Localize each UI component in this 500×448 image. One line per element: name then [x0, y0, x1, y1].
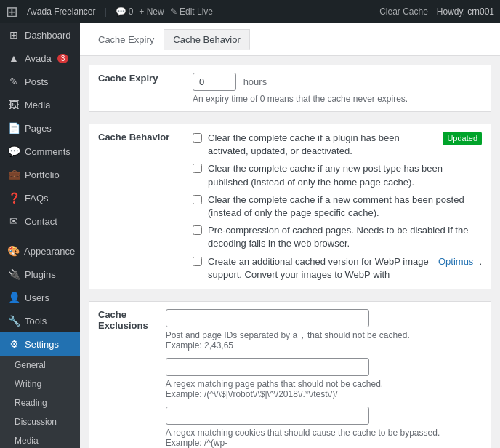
sidebar-item-label: Dashboard	[25, 30, 71, 41]
new-button[interactable]: + New	[139, 7, 164, 17]
general-label: General	[15, 360, 46, 370]
sidebar-item-appearance[interactable]: 🎨 Appearance	[0, 239, 80, 263]
optimus-link[interactable]: Optimus	[438, 255, 473, 268]
wp-logo-icon: ⊞	[6, 3, 18, 20]
sidebar-item-writing[interactable]: Writing	[0, 375, 80, 393]
tab-cache-behavior[interactable]: Cache Behavior	[164, 29, 250, 50]
sidebar-item-label: Settings	[25, 339, 59, 350]
clear-on-comment-checkbox[interactable]	[193, 195, 202, 204]
webp-checkbox[interactable]	[193, 257, 202, 266]
exclusions-cookies-example1: Example: /^(wp-postpass|wordpress_logged…	[166, 438, 500, 448]
sidebar-item-general[interactable]: General	[0, 356, 80, 375]
sidebar-item-users[interactable]: 👤 Users	[0, 286, 80, 309]
topbar: ⊞ Avada Freelancer | 💬 0 + New ✎ Edit Li…	[0, 0, 500, 23]
sidebar-item-portfolio[interactable]: 💼 Portfolio	[0, 163, 80, 186]
tools-icon: 🔧	[7, 315, 20, 327]
sidebar-item-label: Avada	[25, 53, 52, 64]
sidebar-item-media-settings[interactable]: Media	[0, 431, 80, 448]
cache-expiry-input[interactable]	[193, 73, 236, 91]
checkbox-row-comment: Clear the complete cache if a new commen…	[193, 193, 482, 220]
media-icon: 🖼	[7, 99, 20, 111]
checkbox-row-post-type: Clear the complete cache if any new post…	[193, 162, 482, 188]
topbar-left: ⊞ Avada Freelancer | 💬 0 + New ✎ Edit Li…	[6, 3, 379, 20]
cache-exclusions-row: Cache Exclusions Post and page IDs separ…	[89, 302, 500, 448]
reading-label: Reading	[15, 398, 47, 408]
writing-label: Writing	[15, 379, 41, 389]
sidebar-item-label: Tools	[25, 316, 47, 327]
plugin-updated-badge: Updated	[443, 132, 482, 145]
sidebar-item-settings[interactable]: ⚙ Settings	[0, 332, 80, 356]
exclusions-cookies-note: A regex matching cookies that should cau…	[166, 428, 500, 438]
sidebar-item-tools[interactable]: 🔧 Tools	[0, 309, 80, 332]
hours-label: hours	[243, 76, 267, 87]
clear-on-plugin-checkbox[interactable]	[193, 133, 202, 143]
precompression-checkbox[interactable]	[193, 225, 202, 235]
webp-label: Create an additional cached version for …	[208, 255, 432, 281]
clear-on-post-type-checkbox[interactable]	[193, 164, 202, 173]
edit-live-button[interactable]: ✎ Edit Live	[170, 7, 213, 17]
comments-icon: 💬	[116, 7, 126, 17]
clear-cache-button[interactable]: Clear Cache	[379, 7, 428, 17]
howdy-label: Howdy, crn001	[437, 7, 494, 17]
comments-button[interactable]: 💬 0	[116, 7, 134, 17]
cache-behavior-table: Cache Behavior Clear the complete cache …	[89, 124, 491, 289]
page-tabs: Cache Expiry Cache Behavior	[89, 29, 250, 49]
sidebar-item-dashboard[interactable]: ⊞ Dashboard	[0, 23, 80, 47]
sidebar-item-pages[interactable]: 📄 Pages	[0, 116, 80, 140]
sidebar-item-label: Pages	[25, 123, 52, 134]
avada-badge: 3	[57, 54, 69, 63]
topbar-right: Clear Cache Howdy, crn001	[379, 7, 494, 17]
cache-behavior-options: Clear the complete cache if a plugin has…	[184, 124, 491, 289]
sidebar-item-discussion[interactable]: Discussion	[0, 412, 80, 431]
exclusions-ids-input[interactable]	[166, 309, 369, 327]
comments-count: 0	[129, 7, 134, 17]
exclusions-cookies-input[interactable]	[166, 407, 369, 425]
plugins-icon: 🔌	[7, 268, 20, 280]
contact-icon: ✉	[7, 215, 20, 227]
discussion-label: Discussion	[15, 417, 57, 427]
clear-on-plugin-label: Clear the complete cache if a plugin has…	[208, 132, 432, 158]
sidebar-item-label: Posts	[25, 76, 49, 87]
sidebar-item-label: Media	[25, 100, 50, 111]
faqs-icon: ❓	[7, 192, 20, 204]
expiry-note: An expiry time of 0 means that the cache…	[193, 94, 482, 104]
tab-cache-expiry-label: Cache Expiry	[98, 34, 154, 45]
sidebar-item-label: Comments	[25, 146, 70, 157]
main-layout: ⊞ Dashboard ▲ Avada 3 ✎ Posts 🖼 Media 📄 …	[0, 23, 500, 448]
cache-exclusions-table: Cache Exclusions Post and page IDs separ…	[89, 302, 500, 448]
sidebar-item-label: Appearance	[24, 246, 75, 257]
sidebar-item-contact[interactable]: ✉ Contact	[0, 209, 80, 233]
portfolio-icon: 💼	[7, 169, 20, 180]
sidebar-item-comments[interactable]: 💬 Comments	[0, 140, 80, 163]
cache-behavior-row: Cache Behavior Clear the complete cache …	[89, 124, 491, 289]
dashboard-icon: ⊞	[7, 29, 20, 41]
sidebar-item-reading[interactable]: Reading	[0, 393, 80, 412]
posts-icon: ✎	[7, 76, 20, 87]
checkbox-row-precompression: Pre-compression of cached pages. Needs t…	[193, 224, 482, 250]
precompression-label: Pre-compression of cached pages. Needs t…	[208, 224, 482, 250]
settings-submenu: General Writing Reading Discussion Media…	[0, 356, 80, 448]
comments-sidebar-icon: 💬	[7, 145, 20, 157]
pages-icon: 📄	[7, 122, 20, 134]
exclusions-paths-example: Example: /(^\/\$|\/robot\/\$|\^\/2018\/.…	[166, 389, 500, 399]
site-name: Avada Freelancer	[27, 7, 96, 17]
sidebar-item-label: Portfolio	[25, 169, 60, 180]
exclusions-paths-input[interactable]	[166, 358, 369, 376]
cache-expiry-label: Cache Expiry	[89, 65, 184, 111]
sidebar-item-avada[interactable]: ▲ Avada 3	[0, 47, 80, 70]
tab-cache-expiry[interactable]: Cache Expiry	[89, 29, 164, 50]
sidebar-item-posts[interactable]: ✎ Posts	[0, 70, 80, 93]
sidebar-item-media[interactable]: 🖼 Media	[0, 93, 80, 116]
media-settings-label: Media	[15, 436, 39, 446]
settings-content: Cache Expiry hours An expiry time of 0 m…	[80, 56, 500, 448]
cache-exclusions-section: Cache Exclusions Post and page IDs separ…	[89, 301, 491, 448]
page-header: Cache Expiry Cache Behavior	[80, 23, 500, 56]
new-label: + New	[139, 7, 164, 17]
exclusions-ids-note: Post and page IDs separated by a , that …	[166, 330, 500, 340]
sidebar-item-faqs[interactable]: ❓ FAQs	[0, 186, 80, 209]
cache-exclusions-fields: Post and page IDs separated by a , that …	[157, 302, 500, 448]
checkbox-row-webp: Create an additional cached version for …	[193, 255, 482, 281]
settings-icon: ⚙	[7, 338, 20, 350]
cache-expiry-field: hours An expiry time of 0 means that the…	[184, 65, 491, 111]
sidebar-item-plugins[interactable]: 🔌 Plugins	[0, 263, 80, 286]
